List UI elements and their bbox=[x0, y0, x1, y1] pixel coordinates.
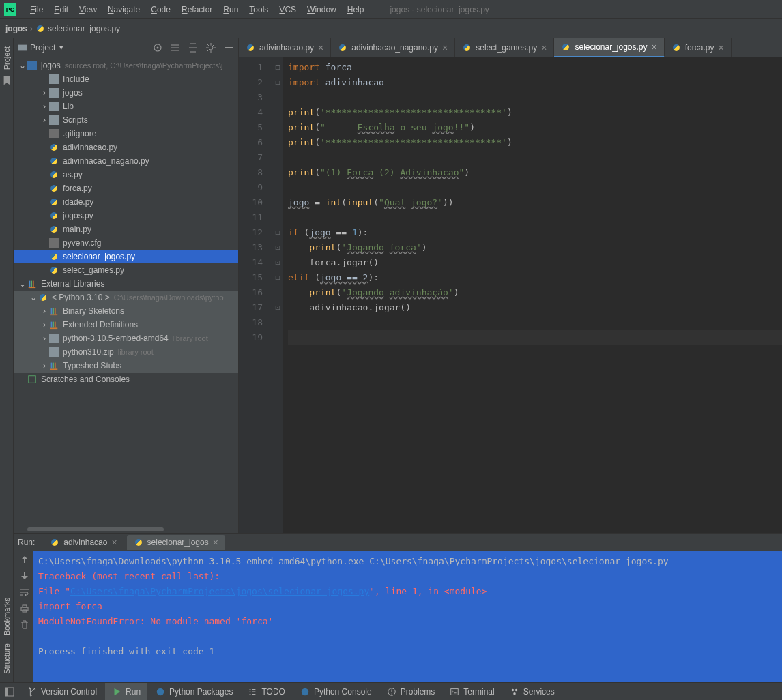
locate-icon[interactable] bbox=[152, 42, 163, 53]
tree-item[interactable]: ⌄< Python 3.10 >C:\Users\fnaga\Downloads… bbox=[14, 291, 238, 304]
bookmark-icon[interactable] bbox=[2, 76, 12, 85]
status-todo[interactable]: TODO bbox=[241, 683, 291, 700]
run-tool-column-2 bbox=[16, 551, 33, 682]
menu-run[interactable]: Run bbox=[218, 5, 244, 14]
status-python-console[interactable]: Python Console bbox=[293, 683, 379, 700]
editor-tab[interactable]: adivinhacao_nagano.py× bbox=[331, 38, 455, 57]
editor-tab[interactable]: selecionar_jogos.py× bbox=[554, 38, 664, 57]
menu-window[interactable]: Window bbox=[302, 5, 342, 14]
tree-item[interactable]: select_games.py bbox=[14, 263, 238, 277]
editor-tab[interactable]: select_games.py× bbox=[455, 38, 554, 57]
print-icon[interactable] bbox=[19, 603, 30, 614]
wrap-icon[interactable] bbox=[19, 587, 30, 598]
status-python-packages[interactable]: Python Packages bbox=[149, 683, 240, 700]
close-icon[interactable]: × bbox=[213, 537, 218, 548]
project-view-selector[interactable]: Project ▼ bbox=[18, 43, 64, 53]
menu-tools[interactable]: Tools bbox=[244, 5, 274, 14]
horizontal-scrollbar[interactable] bbox=[14, 526, 238, 533]
tree-item[interactable]: adivinhacao.py bbox=[14, 141, 238, 154]
breadcrumb-root[interactable]: jogos bbox=[5, 24, 27, 33]
svg-rect-11 bbox=[53, 322, 54, 328]
down-icon[interactable] bbox=[19, 570, 30, 581]
project-panel: Project ▼ ⌄jogossources root, C:\Users\f… bbox=[14, 38, 239, 533]
run-console[interactable]: C:\Users\fnaga\Downloads\python-3.10.5-e… bbox=[33, 551, 782, 682]
tree-item[interactable]: ›Extended Definitions bbox=[14, 318, 238, 332]
status-problems[interactable]: Problems bbox=[380, 683, 442, 700]
delete-icon[interactable] bbox=[19, 619, 30, 630]
status-terminal[interactable]: Terminal bbox=[443, 683, 501, 700]
tree-item[interactable]: ›jogos bbox=[14, 86, 238, 100]
tree-item[interactable]: forca.py bbox=[14, 181, 238, 195]
bookmarks-tool-button[interactable]: Bookmarks bbox=[3, 594, 11, 639]
breadcrumb-file[interactable]: selecionar_jogos.py bbox=[48, 24, 120, 33]
menu-help[interactable]: Help bbox=[342, 5, 370, 14]
python-file-icon bbox=[35, 24, 45, 33]
run-tab[interactable]: selecionar_jogos× bbox=[127, 535, 225, 550]
expand-all-icon[interactable] bbox=[170, 42, 181, 53]
run-tab[interactable]: adivinhacao× bbox=[43, 535, 124, 550]
menu-file[interactable]: File bbox=[25, 5, 48, 14]
close-icon[interactable]: × bbox=[111, 537, 117, 548]
tree-item[interactable]: main.py bbox=[14, 222, 238, 236]
close-icon[interactable]: × bbox=[652, 42, 657, 53]
console-file-line: File "C:\Users\fnaga\PycharmProjects\jog… bbox=[38, 584, 777, 599]
status-version-control[interactable]: Version Control bbox=[20, 683, 104, 700]
tree-item[interactable]: adivinhacao_nagano.py bbox=[14, 154, 238, 168]
project-tree[interactable]: ⌄jogossources root, C:\Users\fnaga\Pycha… bbox=[14, 57, 238, 526]
svg-point-29 bbox=[515, 688, 518, 691]
tree-item[interactable]: ›Typeshed Stubs bbox=[14, 359, 238, 373]
tree-item[interactable]: as.py bbox=[14, 168, 238, 181]
tree-item[interactable]: ›Scripts bbox=[14, 113, 238, 127]
left-tool-rail-bottom: Bookmarks Structure bbox=[0, 533, 14, 682]
tree-item[interactable]: Scratches and Consoles bbox=[14, 373, 238, 386]
console-cmd: C:\Users\fnaga\Downloads\python-3.10.5-e… bbox=[38, 554, 777, 569]
tree-item[interactable]: .gitignore bbox=[14, 127, 238, 141]
menu-navigate[interactable]: Navigate bbox=[102, 5, 145, 14]
svg-rect-16 bbox=[29, 376, 36, 383]
tree-item[interactable]: ⌄jogossources root, C:\Users\fnaga\Pycha… bbox=[14, 59, 238, 72]
tree-item[interactable]: ›Binary Skeletons bbox=[14, 304, 238, 318]
tree-item[interactable]: ›Lib bbox=[14, 100, 238, 113]
collapse-all-icon[interactable] bbox=[188, 42, 199, 53]
gutter-marks: ⊟⊟⊟⊡⊡⊟⊡ bbox=[273, 57, 283, 533]
menu-view[interactable]: View bbox=[74, 5, 102, 14]
gear-icon[interactable] bbox=[205, 42, 216, 53]
tree-item[interactable]: selecionar_jogos.py bbox=[14, 250, 238, 263]
line-gutter: 12345678910111213141516171819 bbox=[239, 57, 273, 533]
code-content[interactable]: import forcaimport adivinhacao print('**… bbox=[283, 57, 782, 533]
tree-item[interactable]: Include bbox=[14, 72, 238, 86]
structure-tool-button[interactable]: Structure bbox=[3, 639, 11, 678]
python-file-icon bbox=[462, 43, 472, 53]
close-icon[interactable]: × bbox=[442, 42, 448, 53]
close-icon[interactable]: × bbox=[541, 42, 547, 53]
editor-area: adivinhacao.py×adivinhacao_nagano.py×sel… bbox=[239, 38, 782, 533]
tree-item[interactable]: python310.ziplibrary root bbox=[14, 345, 238, 359]
run-panel-header: Run: adivinhacao×selecionar_jogos× bbox=[0, 534, 782, 551]
svg-rect-9 bbox=[55, 308, 56, 315]
code-editor[interactable]: 12345678910111213141516171819 ⊟⊟⊟⊡⊡⊟⊡ im… bbox=[239, 57, 782, 533]
tree-item[interactable]: jogos.py bbox=[14, 209, 238, 222]
menu-refactor[interactable]: Refactor bbox=[176, 5, 218, 14]
hide-icon[interactable] bbox=[223, 42, 234, 53]
tree-item[interactable]: pyvenv.cfg bbox=[14, 236, 238, 250]
left-tool-rail: Project bbox=[0, 38, 14, 533]
close-icon[interactable]: × bbox=[718, 42, 723, 53]
console-file-link[interactable]: C:\Users\fnaga\PycharmProjects\jogos\sel… bbox=[70, 586, 369, 596]
tree-item[interactable]: idade.py bbox=[14, 195, 238, 209]
close-icon[interactable]: × bbox=[318, 42, 323, 53]
status-services[interactable]: Services bbox=[503, 683, 562, 700]
editor-tab[interactable]: forca.py× bbox=[665, 38, 732, 57]
tree-item[interactable]: ⌄External Libraries bbox=[14, 277, 238, 291]
menu-edit[interactable]: Edit bbox=[48, 5, 74, 14]
svg-point-25 bbox=[302, 688, 309, 695]
tree-item[interactable]: ›python-3.10.5-embed-amd64library root bbox=[14, 332, 238, 345]
svg-rect-27 bbox=[451, 688, 459, 695]
up-icon[interactable] bbox=[19, 554, 30, 565]
menu-code[interactable]: Code bbox=[145, 5, 176, 14]
svg-rect-5 bbox=[31, 281, 32, 287]
menu-vcs[interactable]: VCS bbox=[274, 5, 302, 14]
status-run[interactable]: Run bbox=[105, 683, 147, 700]
tool-windows-icon[interactable] bbox=[4, 686, 15, 697]
editor-tab[interactable]: adivinhacao.py× bbox=[239, 38, 331, 57]
project-tool-button[interactable]: Project bbox=[3, 42, 11, 74]
